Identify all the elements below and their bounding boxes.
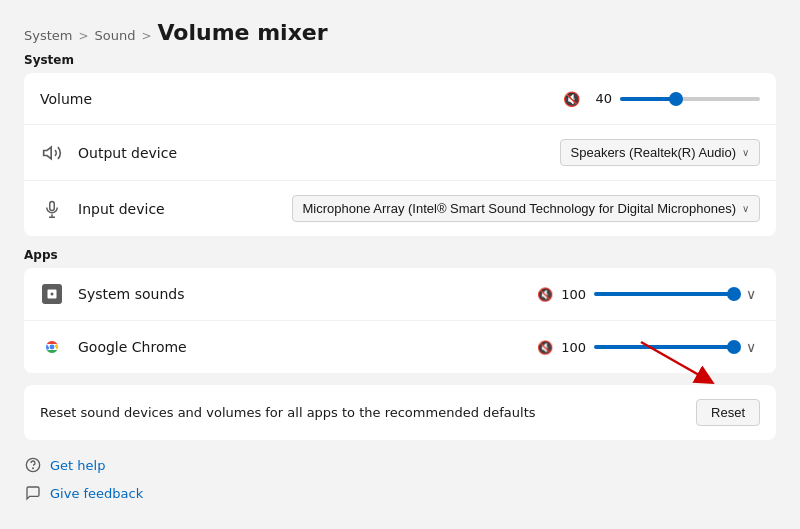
breadcrumb: System > Sound > Volume mixer <box>24 20 776 45</box>
input-device-label: Input device <box>78 201 292 217</box>
output-device-label: Output device <box>78 145 560 161</box>
volume-level: 40 <box>588 91 612 106</box>
chrome-level: 100 <box>561 340 586 355</box>
reset-row: Reset sound devices and volumes for all … <box>24 385 776 440</box>
chrome-slider[interactable] <box>594 345 734 349</box>
output-device-icon <box>40 141 64 165</box>
apps-section-label: Apps <box>24 248 776 262</box>
system-sounds-label: System sounds <box>78 286 537 302</box>
system-sounds-expand[interactable]: ∨ <box>742 284 760 304</box>
system-section-label: System <box>24 53 776 67</box>
google-chrome-row: Google Chrome 🔇 100 ∨ <box>24 321 776 373</box>
volume-control: 🔇 40 <box>563 91 760 107</box>
breadcrumb-system[interactable]: System <box>24 28 72 43</box>
system-sounds-row: System sounds 🔇 100 ∨ <box>24 268 776 321</box>
breadcrumb-sep2: > <box>141 29 151 43</box>
reset-button[interactable]: Reset <box>696 399 760 426</box>
give-feedback-label: Give feedback <box>50 486 143 501</box>
give-feedback-link[interactable]: Give feedback <box>24 484 776 502</box>
get-help-icon <box>24 456 42 474</box>
google-chrome-label: Google Chrome <box>78 339 537 355</box>
google-chrome-icon <box>40 335 64 359</box>
reset-section: Reset sound devices and volumes for all … <box>24 385 776 440</box>
input-device-control: Microphone Array (Intel® Smart Sound Tec… <box>292 195 761 222</box>
output-device-chevron: ∨ <box>742 147 749 158</box>
output-device-dropdown[interactable]: Speakers (Realtek(R) Audio) ∨ <box>560 139 760 166</box>
volume-label: Volume <box>40 91 563 107</box>
apps-card: System sounds 🔇 100 ∨ <box>24 268 776 373</box>
google-chrome-control: 🔇 100 ∨ <box>537 337 760 357</box>
svg-point-8 <box>50 345 55 350</box>
system-sounds-slider[interactable] <box>594 292 734 296</box>
system-sounds-mute-icon[interactable]: 🔇 <box>537 287 553 302</box>
input-device-value: Microphone Array (Intel® Smart Sound Tec… <box>303 201 737 216</box>
system-sounds-level: 100 <box>561 287 586 302</box>
volume-mute-icon[interactable]: 🔇 <box>563 91 580 107</box>
give-feedback-icon <box>24 484 42 502</box>
output-device-control: Speakers (Realtek(R) Audio) ∨ <box>560 139 760 166</box>
volume-row: Volume 🔇 40 <box>24 73 776 125</box>
system-sounds-control: 🔇 100 ∨ <box>537 284 760 304</box>
svg-point-5 <box>51 293 54 296</box>
breadcrumb-sep1: > <box>78 29 88 43</box>
chrome-expand[interactable]: ∨ <box>742 337 760 357</box>
volume-slider[interactable] <box>620 97 760 101</box>
system-sounds-icon <box>40 282 64 306</box>
page-title: Volume mixer <box>158 20 328 45</box>
input-device-dropdown[interactable]: Microphone Array (Intel® Smart Sound Tec… <box>292 195 761 222</box>
bottom-links: Get help Give feedback <box>24 456 776 502</box>
input-device-icon <box>40 197 64 221</box>
breadcrumb-sound[interactable]: Sound <box>95 28 136 43</box>
get-help-label: Get help <box>50 458 105 473</box>
input-device-row: Input device Microphone Array (Intel® Sm… <box>24 181 776 236</box>
output-device-value: Speakers (Realtek(R) Audio) <box>571 145 736 160</box>
reset-description: Reset sound devices and volumes for all … <box>40 405 696 420</box>
output-device-row: Output device Speakers (Realtek(R) Audio… <box>24 125 776 181</box>
system-card: Volume 🔇 40 Output device <box>24 73 776 236</box>
svg-marker-0 <box>44 147 52 159</box>
chrome-mute-icon[interactable]: 🔇 <box>537 340 553 355</box>
get-help-link[interactable]: Get help <box>24 456 776 474</box>
svg-rect-1 <box>50 201 55 210</box>
input-device-chevron: ∨ <box>742 203 749 214</box>
